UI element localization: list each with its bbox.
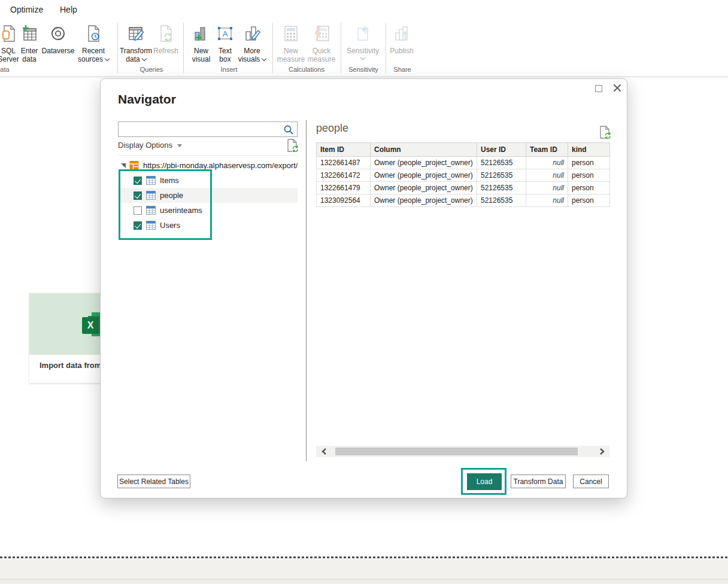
column-header[interactable]: kind xyxy=(568,143,610,157)
ribbon-group-label-share: Share xyxy=(387,66,417,73)
ribbon: SQL Server Enter data Dataverse Recent s… xyxy=(0,20,728,77)
cell: Owner (people_project_owner) xyxy=(371,169,477,182)
column-header[interactable]: Column xyxy=(371,143,477,157)
left-pane-divider xyxy=(118,155,298,156)
ribbon-label: New visual xyxy=(192,47,211,63)
ribbon-dataverse-button[interactable]: Dataverse xyxy=(43,23,73,55)
checkbox-checked-icon[interactable] xyxy=(134,191,142,200)
tree-item-userinteams[interactable]: userinteams xyxy=(118,203,298,218)
ribbon-refresh-button[interactable]: Refresh xyxy=(151,23,180,55)
transform-data-button[interactable]: Transform Data xyxy=(511,474,566,488)
calculator-bolt-icon xyxy=(313,23,330,44)
ribbon-label: Quick measure xyxy=(308,47,336,63)
cell: null xyxy=(526,194,568,207)
ribbon-publish-button[interactable]: Publish xyxy=(388,23,415,55)
tree-item-label: userinteams xyxy=(160,206,202,215)
ribbon-enter-data-button[interactable]: Enter data xyxy=(16,23,43,63)
ribbon-divider xyxy=(183,23,184,73)
ribbon-label: Recent sources xyxy=(78,47,105,63)
status-bar-band xyxy=(0,558,728,579)
select-related-tables-button[interactable]: Select Related Tables xyxy=(117,474,190,488)
cell: 52126535 xyxy=(477,169,526,182)
status-bar-band-lower xyxy=(0,580,728,584)
ribbon-divider xyxy=(272,23,273,73)
scroll-left-icon[interactable] xyxy=(316,446,332,457)
database-document-icon xyxy=(0,23,17,44)
cell: 52126535 xyxy=(477,182,526,194)
cell: null xyxy=(526,182,568,194)
tree-item-people[interactable]: people xyxy=(118,188,298,203)
ribbon-label: Enter data xyxy=(21,47,38,63)
column-header[interactable]: Team ID xyxy=(526,143,568,157)
ribbon-new-visual-button[interactable]: New visual xyxy=(189,23,214,63)
table-row: 1322661487 Owner (people_project_owner) … xyxy=(317,157,610,169)
checkbox-unchecked-icon[interactable] xyxy=(134,206,142,215)
document-clock-icon xyxy=(84,23,102,44)
ribbon-sensitivity-button[interactable]: Sensitivity xyxy=(345,23,381,59)
table-icon xyxy=(146,191,156,200)
ribbon-more-visuals-button[interactable]: More visuals xyxy=(236,23,268,63)
column-header[interactable]: User ID xyxy=(477,143,526,157)
sensitivity-tag-icon xyxy=(354,23,372,44)
ribbon-label: New measure xyxy=(277,47,305,63)
ribbon-group-label-calculations: Calculations xyxy=(274,66,339,73)
cell: 1323092564 xyxy=(317,194,371,207)
source-url: https://pbi-monday.alphaservesp.com/expo… xyxy=(143,161,298,170)
ribbon-quick-measure-button[interactable]: Quick measure xyxy=(307,23,336,63)
cell: 52126535 xyxy=(477,157,526,169)
table-icon xyxy=(146,206,156,215)
import-data-card[interactable]: X Import data from xyxy=(29,293,100,383)
menu-optimize[interactable]: Optimize xyxy=(10,5,43,14)
search-box xyxy=(118,121,298,137)
cell: 1322661479 xyxy=(317,182,371,194)
tree-item-users[interactable]: Users xyxy=(118,218,298,233)
checkbox-checked-icon[interactable] xyxy=(134,177,142,185)
display-options-dropdown[interactable]: Display Options xyxy=(118,141,298,153)
refresh-preview-icon[interactable] xyxy=(287,139,298,152)
tree-item-label: people xyxy=(160,191,183,200)
ribbon-new-measure-button[interactable]: New measure xyxy=(275,23,307,63)
scrollbar-thumb[interactable] xyxy=(335,448,578,455)
cell: null xyxy=(526,169,568,182)
tree-source-node[interactable]: https://pbi-monday.alphaservesp.com/expo… xyxy=(118,157,298,173)
cell: 1322661472 xyxy=(317,169,371,182)
document-refresh-icon xyxy=(157,23,175,44)
scroll-right-icon[interactable] xyxy=(594,446,609,457)
table-row: 1323092564 Owner (people_project_owner) … xyxy=(317,194,610,207)
menu-bar: Optimize Help xyxy=(0,0,728,20)
cancel-button[interactable]: Cancel xyxy=(573,474,609,488)
chart-plus-icon xyxy=(192,23,210,44)
calculator-icon xyxy=(283,23,299,44)
cell: person xyxy=(568,169,610,182)
chevron-down-icon xyxy=(360,55,365,60)
load-button[interactable]: Load xyxy=(467,473,502,490)
tree-item-items[interactable]: Items xyxy=(118,173,298,188)
close-icon[interactable] xyxy=(612,83,622,93)
ribbon-group-label-data: Data xyxy=(0,66,16,73)
table-plus-icon xyxy=(20,23,38,44)
ribbon-recent-sources-button[interactable]: Recent sources xyxy=(74,23,113,63)
dataverse-coil-icon xyxy=(48,23,68,44)
scrollbar-track[interactable] xyxy=(332,448,594,455)
chevron-down-icon xyxy=(177,144,182,147)
search-input[interactable] xyxy=(122,123,279,135)
ribbon-transform-data-button[interactable]: Transform data xyxy=(121,23,151,63)
checkbox-checked-icon[interactable] xyxy=(134,221,142,230)
ribbon-text-box-button[interactable]: A Text box xyxy=(214,23,236,63)
menu-help[interactable]: Help xyxy=(60,5,77,14)
maximize-icon[interactable] xyxy=(595,85,602,92)
cell: Owner (people_project_owner) xyxy=(371,157,477,169)
ribbon-group-label-sensitivity: Sensitivity xyxy=(342,66,384,73)
textbox-a-icon: A xyxy=(216,23,234,44)
horizontal-scrollbar xyxy=(316,446,609,457)
cell: person xyxy=(568,194,610,207)
column-header[interactable]: Item ID xyxy=(317,143,371,157)
collapse-triangle-icon[interactable] xyxy=(121,163,126,168)
cell: 1322661487 xyxy=(317,157,371,169)
cell: Owner (people_project_owner) xyxy=(371,182,477,194)
chevron-down-icon xyxy=(141,56,146,61)
table-icon xyxy=(146,221,156,230)
refresh-preview-icon[interactable] xyxy=(599,126,611,139)
table-row: 1322661472 Owner (people_project_owner) … xyxy=(317,169,610,182)
search-icon[interactable] xyxy=(283,124,294,135)
